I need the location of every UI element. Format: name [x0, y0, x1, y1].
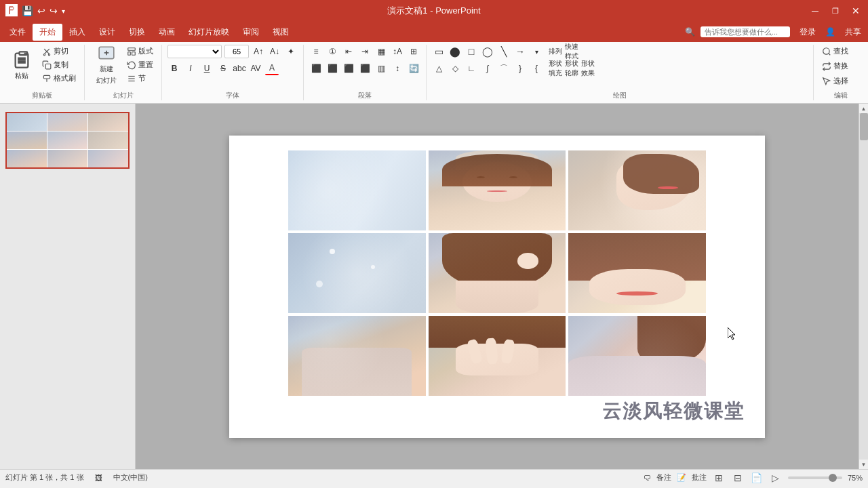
align-center-button[interactable]: ⬛: [326, 62, 339, 75]
shape-angle-button[interactable]: ∟: [465, 62, 478, 75]
layout-button[interactable]: 版式: [124, 45, 156, 58]
font-color-button[interactable]: A: [265, 62, 279, 75]
scroll-track[interactable]: [859, 113, 868, 460]
scroll-thumb[interactable]: [860, 113, 868, 140]
comments-label[interactable]: 备注: [656, 472, 671, 483]
font-size-input[interactable]: [224, 45, 249, 58]
menu-item-view[interactable]: 视图: [266, 24, 296, 41]
menu-item-insert[interactable]: 插入: [62, 24, 92, 41]
arrange-button[interactable]: 排列: [549, 45, 562, 58]
slide-thumbnail-1[interactable]: [5, 112, 130, 169]
reset-button[interactable]: 重置: [124, 58, 156, 71]
text-direction-button[interactable]: ↕A: [391, 45, 404, 58]
slide-canvas[interactable]: 云淡风轻微课堂: [229, 136, 765, 438]
shape-rect2-button[interactable]: □: [465, 45, 478, 58]
indent-increase-button[interactable]: ⇥: [358, 45, 372, 58]
shape-effect-button[interactable]: 形状效果: [581, 62, 595, 75]
char-spacing-button[interactable]: AV: [249, 62, 262, 75]
svg-rect-10: [128, 52, 131, 55]
indent-decrease-button[interactable]: ⇤: [342, 45, 355, 58]
save-icon[interactable]: 💾: [22, 5, 33, 16]
menu-item-home[interactable]: 开始: [33, 24, 62, 41]
new-slide-button[interactable]: 新建 幻灯片: [90, 45, 123, 85]
shape-curve-button[interactable]: ∫: [481, 62, 494, 75]
shape-rect-button[interactable]: ▭: [432, 45, 446, 58]
replace-button[interactable]: 替换: [819, 60, 851, 73]
decrease-font-button[interactable]: A↓: [268, 45, 281, 58]
shape-line-button[interactable]: ╲: [497, 45, 511, 58]
copy-button[interactable]: 复制: [39, 58, 79, 71]
reading-view-button[interactable]: 📄: [750, 472, 764, 484]
align-justify-button[interactable]: ⬛: [358, 62, 372, 75]
shape-diamond-button[interactable]: ◇: [448, 62, 462, 75]
select-button[interactable]: 选择: [819, 75, 851, 87]
align-left-button[interactable]: ⬛: [309, 62, 323, 75]
paste-button[interactable]: 粘贴: [5, 45, 38, 85]
col-button[interactable]: ▥: [374, 62, 388, 75]
find-button[interactable]: 查找: [819, 45, 851, 58]
close-button[interactable]: ✕: [849, 4, 863, 18]
share-button[interactable]: 共享: [841, 25, 865, 39]
cut-button[interactable]: 剪切: [39, 45, 79, 58]
shape-oval2-button[interactable]: ◯: [481, 45, 494, 58]
zoom-slider[interactable]: [788, 476, 842, 479]
align-text-button[interactable]: ⊞: [407, 45, 420, 58]
zoom-thumb[interactable]: [829, 474, 837, 482]
shape-arrow-button[interactable]: →: [513, 45, 527, 58]
slideshow-button[interactable]: ▷: [769, 472, 783, 484]
shape-misc-button[interactable]: ⌒: [497, 62, 511, 75]
annotations-label[interactable]: 批注: [692, 472, 707, 483]
shape-oval-button[interactable]: ⬤: [448, 45, 462, 58]
align-right-button[interactable]: ⬛: [342, 62, 355, 75]
shape-fill-button[interactable]: 形状填充: [549, 62, 562, 75]
photo-cell-2: [427, 149, 568, 232]
increase-font-button[interactable]: A↑: [252, 45, 265, 58]
shape-misc3-button[interactable]: {: [530, 62, 543, 75]
section-button[interactable]: 节: [124, 72, 156, 85]
slide-thumbnail-container: 1: [5, 112, 130, 169]
list-bullet-button[interactable]: ≡: [309, 45, 323, 58]
list-number-button[interactable]: ①: [326, 45, 339, 58]
menu-item-transitions[interactable]: 切换: [122, 24, 152, 41]
menu-item-slideshow[interactable]: 幻灯片放映: [182, 24, 236, 41]
editing-group: 查找 替换 选择 编辑: [814, 45, 868, 100]
title-bar: 🅿 💾 ↩ ↪ ▾ 演示文稿1 - PowerPoint ─ ❐ ✕: [0, 0, 868, 22]
italic-button[interactable]: I: [184, 62, 197, 75]
search-input[interactable]: [705, 28, 786, 36]
menu-item-animations[interactable]: 动画: [152, 24, 182, 41]
line-spacing-button[interactable]: ↕: [391, 62, 404, 75]
clear-format-button[interactable]: ✦: [284, 45, 298, 58]
clipboard-label: 剪贴板: [5, 88, 79, 100]
quick-styles-button[interactable]: 快速样式: [565, 45, 578, 58]
annotations-icon: 📝: [677, 473, 686, 482]
font-name-select[interactable]: [167, 45, 222, 58]
slide-sorter-button[interactable]: ⊟: [731, 472, 745, 484]
underline-button[interactable]: U: [200, 62, 214, 75]
bold-button[interactable]: B: [167, 62, 181, 75]
format-painter-button[interactable]: 格式刷: [39, 72, 79, 85]
shape-outline-button[interactable]: 形状轮廓: [565, 62, 578, 75]
redo-icon[interactable]: ↪: [50, 5, 58, 16]
shape-more-button[interactable]: ▾: [530, 45, 543, 58]
col-layout-button[interactable]: ▦: [374, 45, 388, 58]
strikethrough-button[interactable]: S: [216, 62, 230, 75]
convert-smartart-button[interactable]: 🔄: [407, 62, 420, 75]
shape-misc2-button[interactable]: }: [513, 62, 527, 75]
normal-view-button[interactable]: ⊞: [712, 472, 726, 484]
menu-item-design[interactable]: 设计: [92, 24, 122, 41]
menu-item-file[interactable]: 文件: [3, 24, 33, 41]
scroll-up-button[interactable]: ▲: [859, 104, 869, 113]
undo-icon[interactable]: ↩: [37, 5, 45, 16]
login-button[interactable]: 登录: [795, 25, 820, 39]
menu-item-review[interactable]: 审阅: [236, 24, 266, 41]
restore-button[interactable]: ❐: [829, 4, 842, 18]
slides-label: 幻灯片: [90, 88, 156, 100]
slide-panel: 1: [0, 104, 136, 469]
shape-tri-button[interactable]: △: [432, 62, 446, 75]
photo-cell-4: [287, 232, 427, 314]
shadow-button[interactable]: abc: [233, 62, 246, 75]
customize-icon[interactable]: ▾: [62, 7, 65, 15]
minimize-button[interactable]: ─: [808, 4, 822, 18]
scroll-down-button[interactable]: ▼: [859, 460, 869, 469]
font-row-1: A↑ A↓ ✦: [167, 45, 298, 58]
